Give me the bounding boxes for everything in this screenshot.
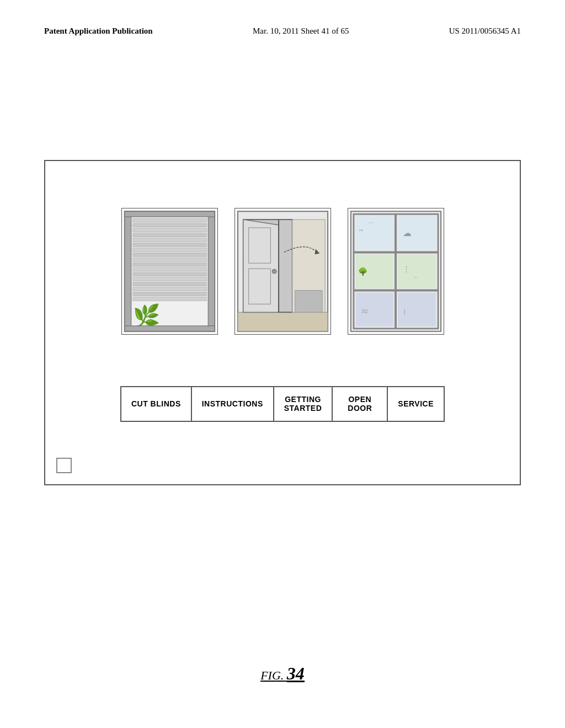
header-right: US 2011/0056345 A1 bbox=[449, 26, 521, 36]
svg-rect-3 bbox=[124, 211, 214, 217]
svg-rect-16 bbox=[132, 277, 206, 281]
svg-rect-11 bbox=[132, 253, 206, 256]
svg-text:⌇: ⌇ bbox=[402, 308, 406, 317]
svg-rect-4 bbox=[132, 218, 206, 222]
svg-rect-6 bbox=[132, 228, 206, 232]
door-image bbox=[234, 208, 331, 335]
svg-rect-31 bbox=[295, 291, 322, 313]
svg-point-29 bbox=[272, 269, 276, 274]
svg-text:⋮: ⋮ bbox=[402, 265, 409, 273]
svg-rect-13 bbox=[132, 263, 206, 266]
service-button[interactable]: SERVICE bbox=[388, 386, 445, 422]
svg-rect-22 bbox=[124, 326, 214, 331]
svg-rect-7 bbox=[132, 233, 206, 237]
images-row: 🌿 bbox=[45, 161, 520, 371]
cut-blinds-button[interactable]: CUT BLINDS bbox=[120, 386, 192, 422]
bottom-left-square bbox=[56, 458, 72, 473]
svg-text:🌿: 🌿 bbox=[132, 303, 160, 329]
svg-rect-5 bbox=[132, 223, 206, 227]
svg-rect-15 bbox=[132, 272, 206, 276]
svg-text:☁: ☁ bbox=[402, 228, 411, 238]
svg-text:~: ~ bbox=[359, 227, 363, 235]
patent-header: Patent Application Publication Mar. 10, … bbox=[44, 26, 521, 36]
svg-rect-17 bbox=[132, 282, 206, 286]
outdoor-window-image: ~ ⌒ ☁ 🌳 ⋮ ~ ≈ ⌇ bbox=[348, 208, 444, 335]
fig-number: 34 bbox=[287, 663, 305, 683]
svg-text:🌳: 🌳 bbox=[358, 267, 367, 276]
svg-rect-14 bbox=[132, 267, 206, 271]
blind-window-image: 🌿 bbox=[121, 208, 218, 335]
svg-text:⌒: ⌒ bbox=[367, 222, 374, 229]
svg-rect-10 bbox=[132, 248, 206, 251]
svg-rect-19 bbox=[132, 292, 206, 296]
figure-label: FIG. 34 bbox=[0, 663, 565, 684]
svg-rect-8 bbox=[132, 238, 206, 242]
svg-text:~: ~ bbox=[413, 274, 417, 281]
header-mid: Mar. 10, 2011 Sheet 41 of 65 bbox=[253, 26, 349, 36]
svg-rect-9 bbox=[132, 243, 206, 247]
instructions-button[interactable]: INSTRUCTIONS bbox=[192, 386, 274, 422]
open-door-button[interactable]: OPEN DOOR bbox=[333, 386, 388, 422]
svg-rect-20 bbox=[132, 297, 206, 301]
svg-rect-18 bbox=[132, 287, 206, 291]
figure-container: 🌿 bbox=[44, 160, 521, 485]
svg-rect-24 bbox=[237, 312, 327, 331]
nav-buttons-area: CUT BLINDS INSTRUCTIONS GETTING STARTED … bbox=[45, 376, 520, 431]
header-left: Patent Application Publication bbox=[44, 26, 153, 36]
svg-rect-12 bbox=[132, 258, 206, 261]
getting-started-button[interactable]: GETTING STARTED bbox=[274, 386, 333, 422]
svg-text:≈: ≈ bbox=[361, 305, 367, 317]
svg-rect-2 bbox=[208, 211, 215, 331]
svg-rect-1 bbox=[124, 211, 131, 331]
fig-prefix: FIG. bbox=[260, 668, 284, 682]
